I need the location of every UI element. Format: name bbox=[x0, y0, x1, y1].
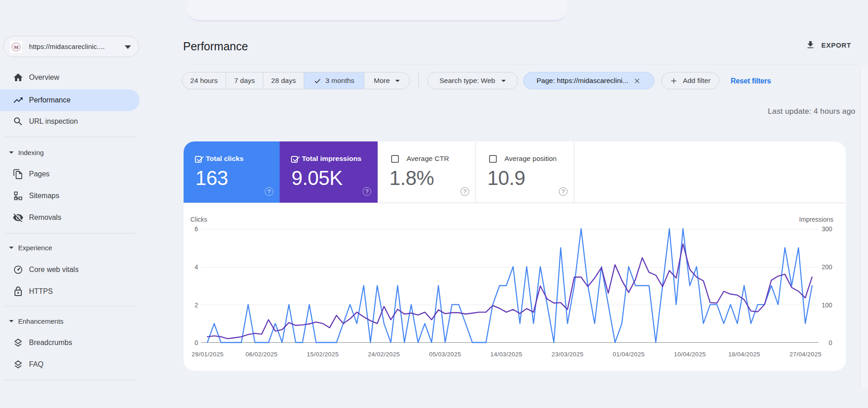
svg-text:M: M bbox=[14, 44, 18, 50]
